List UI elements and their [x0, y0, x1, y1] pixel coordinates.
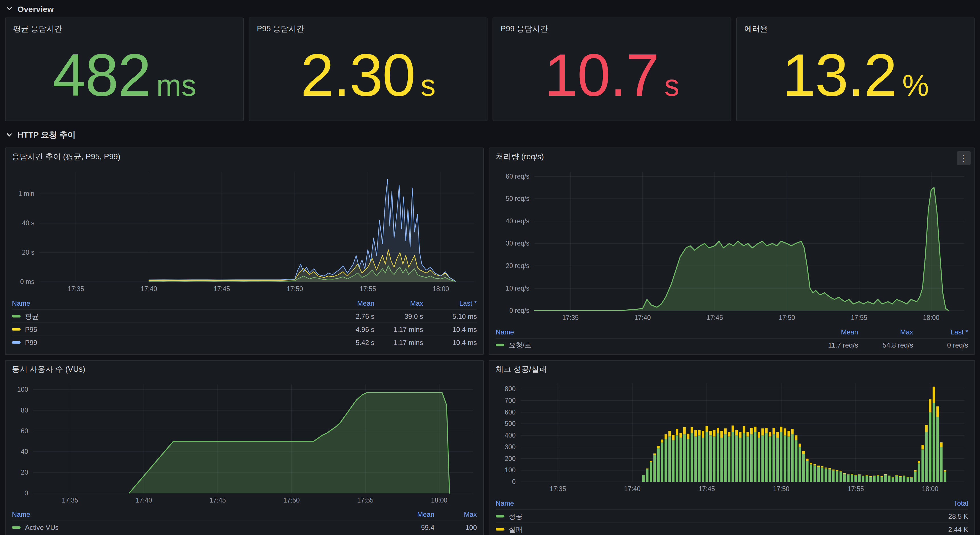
checks-chart[interactable]: 17:3517:4017:4517:5017:5518:000100200300…	[490, 378, 974, 497]
svg-text:400: 400	[505, 431, 515, 439]
series-color-icon	[496, 528, 504, 531]
throughput-chart[interactable]: 17:3517:4017:4517:5017:5518:000 req/s10 …	[490, 166, 974, 326]
panel-title[interactable]: P99 응답시간	[493, 18, 730, 35]
svg-text:100: 100	[505, 466, 515, 474]
legend-header-row: NameMeanMax	[12, 508, 477, 521]
panel-title[interactable]: 처리량 (req/s)	[496, 152, 544, 162]
svg-text:18:00: 18:00	[922, 485, 939, 493]
stat-panel-p95-response-time: P95 응답시간 2.30s	[249, 18, 488, 121]
legend-header-name[interactable]: Name	[12, 299, 325, 307]
legend-value: 5.42 s	[334, 339, 374, 346]
legend-value: 5.10 ms	[433, 313, 477, 320]
panel-header: 응답시간 추이 (평균, P95, P99)	[6, 148, 483, 166]
checks-legend: NameTotal성공28.5 K실패2.44 K	[490, 497, 974, 535]
svg-text:17:50: 17:50	[773, 485, 789, 493]
legend-series-name[interactable]: Active VUs	[12, 524, 387, 531]
legend-series-name[interactable]: 성공	[496, 512, 918, 521]
legend-series-name[interactable]: 요청/초	[496, 340, 803, 350]
legend-value: 1.17 mins	[384, 326, 423, 333]
legend-header-mean[interactable]: Mean	[813, 328, 858, 335]
stat-unit: ms	[156, 71, 196, 101]
legend-value: 4.96 s	[334, 326, 374, 333]
panel-title[interactable]: 에러율	[737, 18, 974, 35]
legend-value: 10.4 ms	[433, 326, 477, 333]
legend-header-last[interactable]: Last *	[433, 299, 477, 307]
svg-text:50 req/s: 50 req/s	[506, 195, 529, 202]
legend-value: 2.44 K	[928, 525, 968, 533]
legend-value: 28.5 K	[928, 513, 968, 520]
svg-text:800: 800	[505, 385, 515, 393]
chevron-down-icon	[6, 6, 13, 12]
stat-number: 2.30	[301, 45, 415, 105]
legend-value: 10.4 ms	[433, 339, 477, 346]
stat-unit: s	[420, 71, 436, 101]
svg-text:17:50: 17:50	[283, 497, 300, 504]
legend-value: 2.76 s	[334, 313, 374, 320]
legend-series-name[interactable]: 평균	[12, 311, 325, 321]
legend-row: P954.96 s1.17 mins10.4 ms	[12, 323, 477, 335]
legend-header-max[interactable]: Max	[444, 511, 477, 518]
svg-text:17:45: 17:45	[210, 497, 226, 504]
legend-value: 1.17 mins	[384, 339, 423, 346]
panel-title[interactable]: 평균 응답시간	[6, 18, 243, 35]
legend-row: Active VUs59.4100	[12, 521, 477, 534]
legend-header-row: NameTotal	[496, 497, 968, 509]
panel-title[interactable]: 동시 사용자 수 (VUs)	[12, 364, 86, 375]
svg-text:17:45: 17:45	[213, 285, 230, 292]
svg-text:100: 100	[17, 386, 28, 393]
legend-header-row: NameMeanMaxLast *	[12, 297, 477, 309]
svg-text:0 req/s: 0 req/s	[509, 307, 529, 314]
legend-value: 0 req/s	[923, 341, 968, 349]
vus-chart[interactable]: 17:3517:4017:4517:5017:5518:000204060801…	[6, 378, 483, 508]
panel-title[interactable]: 응답시간 추이 (평균, P95, P99)	[12, 152, 121, 162]
response-time-chart[interactable]: 17:3517:4017:4517:5017:5518:000 ms20 s40…	[6, 166, 483, 297]
panel-title[interactable]: 체크 성공/실패	[496, 364, 547, 375]
stat-unit: %	[902, 71, 929, 101]
legend-header-mean[interactable]: Mean	[334, 299, 374, 307]
series-color-icon	[12, 315, 21, 318]
legend-series-name[interactable]: P95	[12, 326, 325, 333]
series-color-icon	[496, 515, 504, 517]
svg-text:20 req/s: 20 req/s	[506, 262, 529, 270]
svg-text:17:45: 17:45	[699, 485, 715, 493]
svg-text:20: 20	[21, 469, 28, 476]
section-label: HTTP 요청 추이	[18, 129, 75, 141]
stat-panel-avg-response-time: 평균 응답시간 482ms	[5, 18, 244, 121]
svg-text:18:00: 18:00	[923, 314, 940, 321]
svg-text:40 s: 40 s	[22, 219, 35, 227]
legend-header-total[interactable]: Total	[928, 499, 968, 507]
panel-virtual-users: 동시 사용자 수 (VUs) 17:3517:4017:4517:5017:55…	[5, 360, 484, 535]
response-time-legend: NameMeanMaxLast *평균2.76 s39.0 s5.10 msP9…	[6, 297, 483, 349]
legend-header-name[interactable]: Name	[496, 499, 918, 507]
legend-row: 성공28.5 K	[496, 509, 968, 522]
section-header-overview[interactable]: Overview	[5, 0, 975, 18]
section-header-http-requests[interactable]: HTTP 요청 추이	[5, 128, 975, 143]
svg-text:40: 40	[21, 448, 28, 455]
panel-menu-kebab-icon[interactable]: ⋮	[957, 151, 970, 165]
svg-text:18:00: 18:00	[431, 497, 447, 504]
svg-text:200: 200	[505, 455, 515, 462]
legend-value: 59.4	[397, 524, 434, 531]
throughput-legend: NameMeanMaxLast *요청/초11.7 req/s54.8 req/…	[490, 326, 974, 351]
svg-text:17:35: 17:35	[62, 497, 78, 504]
legend-header-mean[interactable]: Mean	[397, 511, 434, 518]
panel-title[interactable]: P95 응답시간	[250, 18, 487, 35]
legend-header-name[interactable]: Name	[496, 328, 803, 335]
legend-header-max[interactable]: Max	[384, 299, 423, 307]
legend-header-last[interactable]: Last *	[923, 328, 968, 335]
legend-header-name[interactable]: Name	[12, 511, 387, 518]
svg-text:0: 0	[24, 489, 28, 497]
legend-series-name[interactable]: P99	[12, 339, 325, 346]
svg-text:700: 700	[505, 397, 515, 404]
legend-row: 평균2.76 s39.0 s5.10 ms	[12, 309, 477, 323]
legend-series-name[interactable]: 실패	[496, 525, 918, 534]
svg-text:17:55: 17:55	[851, 314, 867, 321]
panel-check-pass-fail: 체크 성공/실패 17:3517:4017:4517:5017:5518:000…	[489, 360, 975, 535]
svg-text:17:55: 17:55	[848, 485, 864, 493]
grafana-dashboard: Overview 평균 응답시간 482ms P95 응답시간 2.30s P9…	[0, 0, 980, 535]
stat-number: 13.2	[783, 45, 897, 105]
stats-row: 평균 응답시간 482ms P95 응답시간 2.30s P99 응답시간 10…	[5, 18, 975, 121]
legend-row: 실패2.44 K	[496, 522, 968, 535]
svg-text:10 req/s: 10 req/s	[506, 284, 529, 292]
legend-header-max[interactable]: Max	[868, 328, 913, 335]
